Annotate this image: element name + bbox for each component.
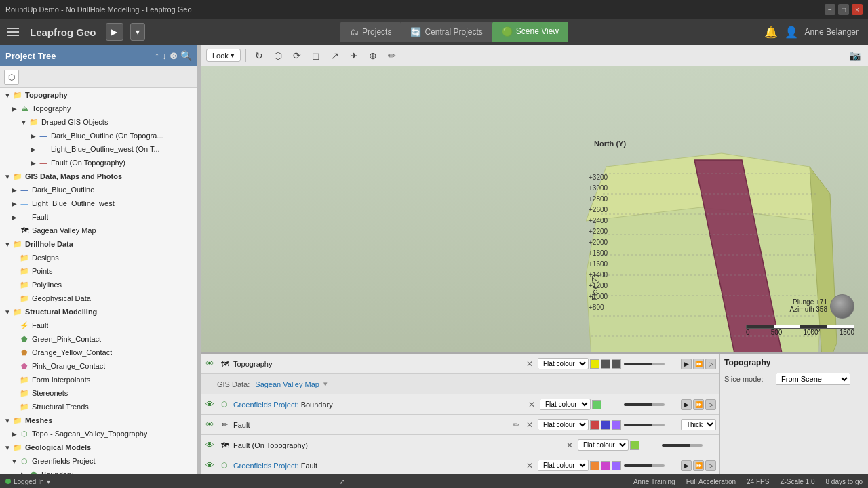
tree-item-dark-blue2[interactable]: ▶ — Dark_Blue_Outline xyxy=(0,183,197,197)
tree-item-stereonets[interactable]: 📁 Stereonets xyxy=(0,386,197,400)
tree-item-dark-blue[interactable]: ▶ — Dark_Blue_Outline (On Topogra... xyxy=(0,129,197,142)
play-btn-2[interactable]: ⏩ xyxy=(693,359,704,369)
maximize-button[interactable]: □ xyxy=(838,4,849,15)
tree-item-topography[interactable]: ▶ ⛰ Topography xyxy=(0,102,197,115)
orbit-tool-button[interactable]: ↻ xyxy=(251,47,267,64)
tree-item-designs[interactable]: 📁 Designs xyxy=(0,251,197,264)
minimize-button[interactable]: − xyxy=(825,4,835,15)
layer-close-topography[interactable]: ✕ xyxy=(524,359,535,369)
tree-item-form-interpolants[interactable]: 📁 Form Interpolants xyxy=(0,373,197,386)
color-swatch-lime[interactable] xyxy=(630,441,639,450)
tree-item-structural-mod[interactable]: ▼ 📁 Structural Modelling xyxy=(0,305,197,319)
play-btn-g2[interactable]: ⏩ xyxy=(693,460,704,471)
layer-visibility-boundary[interactable]: 👁 xyxy=(203,399,216,411)
layer-close-boundary[interactable]: ✕ xyxy=(526,399,537,410)
pan-tool-button[interactable]: ⟳ xyxy=(289,47,305,64)
layer-close-fault[interactable]: ✕ xyxy=(524,420,535,430)
tree-item-greenfields[interactable]: ▼ ⬡ Greenfields Project xyxy=(0,454,197,468)
tree-item-boundary[interactable]: ▶ ⬟ Boundary xyxy=(0,468,197,474)
tree-item-geophysical[interactable]: 📁 Geophysical Data xyxy=(0,291,197,305)
gis-dropdown-icon[interactable]: ▾ xyxy=(323,380,328,388)
tab-central[interactable]: 🔄 Central Projects xyxy=(401,22,492,42)
tab-projects[interactable]: 🗂 Projects xyxy=(340,22,401,42)
screenshot-button[interactable]: 📷 xyxy=(846,47,863,64)
opacity-slider-fault[interactable] xyxy=(624,424,665,426)
boundary-name-prefix[interactable]: Greenfields Project: xyxy=(233,401,301,409)
tree-item-fault2[interactable]: ▶ — Fault xyxy=(0,210,197,224)
play-btn-1[interactable]: ▶ xyxy=(681,359,692,369)
color-swatch-orange[interactable] xyxy=(590,461,599,470)
color-swatch-magenta[interactable] xyxy=(601,461,610,470)
color-swatch-dark1[interactable] xyxy=(601,359,610,369)
expand-icon[interactable]: ⤢ xyxy=(339,478,344,485)
tree-item-sagean-map[interactable]: 🗺 Sagean Valley Map xyxy=(0,224,197,237)
style-select-fault-topo[interactable]: Flat colour xyxy=(578,439,629,451)
sidebar-search-icon[interactable]: 🔍 xyxy=(180,50,192,61)
tab-scene[interactable]: 🟢 Scene View xyxy=(492,22,568,42)
play-btn-g1[interactable]: ▶ xyxy=(681,460,692,471)
scene-view[interactable]: North (Y) Elev (Z) (X) +3200 +3000 +2800… xyxy=(201,66,868,352)
close-button[interactable]: × xyxy=(852,4,863,15)
opacity-slider-gf-fault[interactable] xyxy=(624,464,665,467)
tree-item-drillhole[interactable]: ▼ 📁 Drillhole Data xyxy=(0,237,197,251)
fly-tool-button[interactable]: ✈ xyxy=(346,47,362,64)
hamburger-menu-icon[interactable] xyxy=(4,25,22,39)
tree-item-structural-trends[interactable]: 📁 Structural Trends xyxy=(0,400,197,413)
color-swatch-purple2[interactable] xyxy=(612,461,621,470)
view-box-button[interactable]: ◻ xyxy=(308,47,324,64)
tree-item-meshes[interactable]: ▼ 📁 Meshes xyxy=(0,413,197,427)
slice-mode-select[interactable]: From Scene No Slice Custom xyxy=(776,373,850,385)
layer-edit-fault[interactable]: ✏ xyxy=(511,420,521,430)
color-swatch-blue[interactable] xyxy=(601,420,610,430)
sidebar-up-icon[interactable]: ↑ xyxy=(155,50,159,61)
tree-item-orange-yellow[interactable]: ⬟ Orange_Yellow_Contact xyxy=(0,346,197,359)
look-button[interactable]: Look ▾ xyxy=(206,49,241,62)
layer-visibility-fault[interactable]: 👁 xyxy=(203,419,216,431)
style-select-gf-fault[interactable]: Flat colour xyxy=(538,460,589,471)
tree-item-topography-group[interactable]: ▼ 📁 Topography xyxy=(0,88,197,102)
style-select-fault[interactable]: Flat colour xyxy=(538,419,589,430)
clip-plane-button[interactable]: ↗ xyxy=(327,47,343,64)
layer-visibility-gf-fault[interactable]: 👁 xyxy=(203,460,216,472)
select-tool-button[interactable]: ⬡ xyxy=(270,47,286,64)
color-swatch-dark2[interactable] xyxy=(612,359,621,369)
play-btn-b1[interactable]: ▶ xyxy=(681,399,692,410)
layer-close-fault-topo[interactable]: ✕ xyxy=(564,440,575,451)
color-swatch-red[interactable] xyxy=(590,420,599,430)
tree-item-points[interactable]: 📁 Points xyxy=(0,264,197,278)
expand-view-button[interactable]: ⤢ xyxy=(339,478,344,485)
tree-item-light-blue2[interactable]: ▶ — Light_Blue_Outline_west xyxy=(0,197,197,210)
style-select-topography[interactable]: Flat colour xyxy=(538,358,589,369)
opacity-slider-topography[interactable] xyxy=(624,363,665,365)
tree-item-fault3[interactable]: ⚡ Fault xyxy=(0,319,197,332)
tree-item-light-blue[interactable]: ▶ — Light_Blue_Outline_west (On T... xyxy=(0,142,197,156)
tree-item-green-pink[interactable]: ⬟ Green_Pink_Contact xyxy=(0,332,197,346)
color-swatch-purple[interactable] xyxy=(612,420,621,430)
tree-item-gis-data[interactable]: ▼ 📁 GIS Data, Maps and Photos xyxy=(0,169,197,183)
color-swatch-yellow[interactable] xyxy=(590,359,599,369)
opacity-slider-boundary[interactable] xyxy=(624,403,665,406)
layer-close-gf-fault[interactable]: ✕ xyxy=(524,460,535,471)
dropdown-button[interactable]: ▾ xyxy=(130,23,145,41)
tree-item-topo-sagean[interactable]: ▶ ⬡ Topo - Sagean_Valley_Topography xyxy=(0,427,197,441)
tree-item-geo-models[interactable]: ▼ 📁 Geological Models xyxy=(0,441,197,454)
logged-in-status[interactable]: Logged In ▾ xyxy=(5,478,50,485)
tree-item-fault-on-topo[interactable]: ▶ — Fault (On Topography) xyxy=(0,156,197,169)
layer-visibility-topography[interactable]: 👁 xyxy=(203,358,216,370)
play-btn-b2[interactable]: ⏩ xyxy=(693,399,704,410)
tree-item-polylines[interactable]: 📁 Polylines xyxy=(0,278,197,291)
tree-item-draped-gis[interactable]: ▼ 📁 Draped GIS Objects xyxy=(0,115,197,129)
style-select-boundary[interactable]: Flat colour xyxy=(540,399,591,410)
tree-item-pink-orange[interactable]: ⬟ Pink_Orange_Contact xyxy=(0,359,197,373)
opacity-slider-fault-topo[interactable] xyxy=(662,444,703,447)
sidebar-tool-1[interactable]: ⬡ xyxy=(4,70,19,85)
logged-in-expand-icon[interactable]: ▾ xyxy=(47,478,50,485)
play-btn-g3[interactable]: ▷ xyxy=(705,460,716,471)
color-swatch-green[interactable] xyxy=(592,400,601,409)
notification-bell-icon[interactable]: 🔔 xyxy=(764,26,778,39)
draw-tool-button[interactable]: ✏ xyxy=(384,47,400,64)
layer-visibility-fault-topo[interactable]: 👁 xyxy=(203,439,216,451)
thickness-select-fault[interactable]: Thick Thin xyxy=(681,419,716,430)
play-button[interactable]: ▶ xyxy=(106,23,123,41)
gf-fault-prefix[interactable]: Greenfields Project: xyxy=(233,462,301,470)
